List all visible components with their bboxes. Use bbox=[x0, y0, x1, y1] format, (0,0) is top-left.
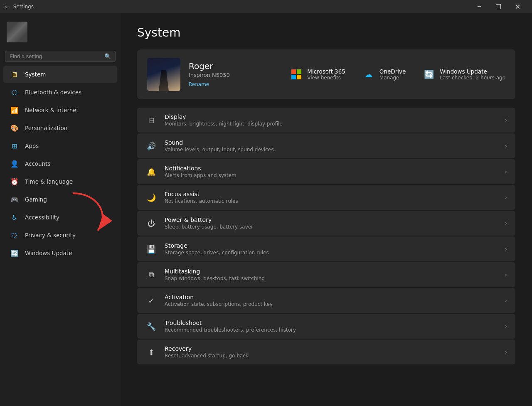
avatar bbox=[7, 22, 27, 42]
settings-icon-storage: 💾 bbox=[145, 243, 157, 255]
sidebar-item-privacy[interactable]: 🛡 Privacy & security bbox=[3, 226, 117, 244]
settings-desc-multitasking: Snap windows, desktops, task switching bbox=[165, 276, 497, 281]
nav-icon-accounts: 👤 bbox=[10, 159, 19, 168]
service-name-onedrive: OneDrive bbox=[379, 68, 406, 75]
titlebar-left: ← Settings bbox=[5, 3, 34, 10]
settings-text-sound: Sound Volume levels, output, input, soun… bbox=[165, 139, 497, 153]
settings-title-notifications: Notifications bbox=[165, 165, 497, 172]
settings-text-troubleshoot: Troubleshoot Recommended troubleshooters… bbox=[165, 320, 497, 333]
nav-icon-time: ⏰ bbox=[10, 177, 19, 186]
settings-desc-recovery: Reset, advanced startup, go back bbox=[165, 353, 497, 359]
settings-item-power[interactable]: ⏻ Power & battery Sleep, battery usage, … bbox=[137, 211, 515, 236]
settings-item-troubleshoot[interactable]: 🔧 Troubleshoot Recommended troubleshoote… bbox=[137, 314, 515, 339]
chevron-icon-focus-assist: › bbox=[505, 194, 507, 201]
maximize-button[interactable]: ❐ bbox=[489, 0, 508, 13]
nav-label-windows-update: Windows Update bbox=[25, 250, 72, 256]
settings-icon-multitasking: ⧉ bbox=[145, 269, 157, 281]
settings-icon-troubleshoot: 🔧 bbox=[145, 320, 157, 332]
nav-icon-accessibility: ♿ bbox=[10, 213, 19, 222]
settings-title-troubleshoot: Troubleshoot bbox=[165, 320, 497, 326]
nav-label-gaming: Gaming bbox=[25, 196, 47, 203]
chevron-icon-power: › bbox=[505, 220, 507, 226]
onedrive-icon: ☁ bbox=[365, 69, 373, 79]
sidebar-item-personalization[interactable]: 🎨 Personalization bbox=[3, 119, 117, 137]
nav-label-privacy: Privacy & security bbox=[25, 232, 76, 239]
settings-title-recovery: Recovery bbox=[165, 345, 497, 352]
sidebar-item-apps[interactable]: ⊞ Apps bbox=[3, 137, 117, 155]
settings-desc-display: Monitors, brightness, night light, displ… bbox=[165, 121, 497, 127]
service-sub-onedrive: Manage bbox=[379, 75, 406, 81]
settings-title-power: Power & battery bbox=[165, 217, 497, 223]
settings-title-display: Display bbox=[165, 113, 497, 120]
service-info-windows-update: Windows Update Last checked: 2 hours ago bbox=[440, 68, 505, 81]
settings-title-storage: Storage bbox=[165, 242, 497, 249]
settings-item-sound[interactable]: 🔊 Sound Volume levels, output, input, so… bbox=[137, 133, 515, 158]
service-sub-windows-update: Last checked: 2 hours ago bbox=[440, 75, 505, 81]
settings-item-display[interactable]: 🖥 Display Monitors, brightness, night li… bbox=[137, 108, 515, 133]
service-info-onedrive: OneDrive Manage bbox=[379, 68, 406, 81]
sidebar-item-bluetooth[interactable]: ⬡ Bluetooth & devices bbox=[3, 84, 117, 101]
settings-item-notifications[interactable]: 🔔 Notifications Alerts from apps and sys… bbox=[137, 159, 515, 184]
sidebar-user-profile bbox=[0, 18, 121, 49]
profile-device: Inspiron N5050 bbox=[189, 72, 281, 78]
service-icon-microsoft365 bbox=[290, 68, 303, 81]
settings-icon-activation: ✓ bbox=[145, 295, 157, 306]
nav-icon-bluetooth: ⬡ bbox=[10, 88, 19, 97]
service-name-windows-update: Windows Update bbox=[440, 68, 505, 75]
chevron-icon-multitasking: › bbox=[505, 271, 507, 278]
sidebar: 🔍 🖥 System ⬡ Bluetooth & devices 📶 Netwo… bbox=[0, 13, 121, 406]
settings-desc-storage: Storage space, drives, configuration rul… bbox=[165, 250, 497, 256]
settings-item-recovery[interactable]: ⬆ Recovery Reset, advanced startup, go b… bbox=[137, 340, 515, 364]
settings-title-sound: Sound bbox=[165, 139, 497, 146]
back-icon[interactable]: ← bbox=[5, 3, 10, 10]
chevron-icon-sound: › bbox=[505, 143, 507, 149]
search-icon: 🔍 bbox=[104, 53, 111, 59]
rename-link[interactable]: Rename bbox=[189, 81, 209, 87]
settings-item-activation[interactable]: ✓ Activation Activation state, subscript… bbox=[137, 288, 515, 313]
titlebar-controls: − ❐ ✕ bbox=[470, 0, 527, 13]
settings-desc-notifications: Alerts from apps and system bbox=[165, 172, 497, 178]
profile-info: Roger Inspiron N5050 Rename bbox=[189, 61, 281, 88]
sidebar-item-time[interactable]: ⏰ Time & language bbox=[3, 173, 117, 190]
chevron-icon-recovery: › bbox=[505, 349, 507, 355]
nav-label-accessibility: Accessibility bbox=[25, 214, 59, 221]
windows-update-service-icon: 🔄 bbox=[424, 69, 434, 79]
service-item-microsoft365[interactable]: Microsoft 365 View benefits bbox=[290, 68, 345, 81]
settings-title-activation: Activation bbox=[165, 294, 497, 300]
settings-item-multitasking[interactable]: ⧉ Multitasking Snap windows, desktops, t… bbox=[137, 262, 515, 287]
search-container: 🔍 bbox=[0, 49, 121, 65]
settings-icon-focus-assist: 🌙 bbox=[145, 192, 157, 203]
service-item-onedrive[interactable]: ☁ OneDrive Manage bbox=[362, 68, 406, 81]
sidebar-item-accessibility[interactable]: ♿ Accessibility bbox=[3, 209, 117, 226]
service-name-microsoft365: Microsoft 365 bbox=[307, 68, 345, 75]
settings-title-focus-assist: Focus assist bbox=[165, 191, 497, 197]
nav-label-network: Network & internet bbox=[25, 107, 79, 113]
search-input[interactable] bbox=[10, 53, 101, 59]
settings-text-activation: Activation Activation state, subscriptio… bbox=[165, 294, 497, 307]
nav-label-bluetooth: Bluetooth & devices bbox=[25, 89, 81, 96]
settings-text-storage: Storage Storage space, drives, configura… bbox=[165, 242, 497, 256]
sidebar-item-accounts[interactable]: 👤 Accounts bbox=[3, 155, 117, 172]
settings-item-focus-assist[interactable]: 🌙 Focus assist Notifications, automatic … bbox=[137, 185, 515, 210]
settings-text-multitasking: Multitasking Snap windows, desktops, tas… bbox=[165, 268, 497, 281]
close-button[interactable]: ✕ bbox=[508, 0, 527, 13]
settings-item-storage[interactable]: 💾 Storage Storage space, drives, configu… bbox=[137, 236, 515, 261]
nav-icon-system: 🖥 bbox=[10, 70, 19, 79]
settings-icon-notifications: 🔔 bbox=[145, 166, 157, 177]
sidebar-item-gaming[interactable]: 🎮 Gaming bbox=[3, 191, 117, 208]
avatar-image bbox=[7, 22, 27, 42]
service-item-windows-update[interactable]: 🔄 Windows Update Last checked: 2 hours a… bbox=[422, 68, 505, 81]
page-title: System bbox=[137, 26, 515, 39]
chevron-icon-activation: › bbox=[505, 297, 507, 304]
sidebar-item-network[interactable]: 📶 Network & internet bbox=[3, 101, 117, 119]
sidebar-item-system[interactable]: 🖥 System bbox=[3, 66, 117, 83]
nav-label-accounts: Accounts bbox=[25, 160, 51, 167]
service-sub-microsoft365: View benefits bbox=[307, 75, 345, 81]
sidebar-item-windows-update[interactable]: 🔄 Windows Update bbox=[3, 244, 117, 262]
settings-icon-recovery: ⬆ bbox=[145, 346, 157, 358]
settings-icon-display: 🖥 bbox=[145, 114, 157, 126]
titlebar-title: Settings bbox=[13, 4, 34, 10]
chevron-icon-storage: › bbox=[505, 246, 507, 252]
settings-text-notifications: Notifications Alerts from apps and syste… bbox=[165, 165, 497, 178]
minimize-button[interactable]: − bbox=[470, 0, 489, 13]
